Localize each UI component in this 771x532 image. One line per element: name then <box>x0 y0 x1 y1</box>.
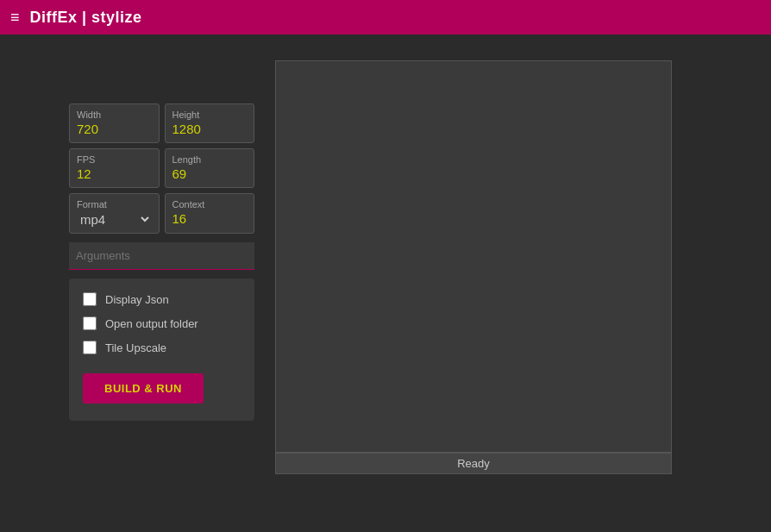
right-panel: Ready <box>275 60 672 474</box>
display-json-checkbox[interactable] <box>83 292 97 306</box>
menu-icon[interactable]: ≡ <box>10 9 20 27</box>
height-input[interactable] <box>172 122 248 136</box>
left-panel: Width Height FPS Length Format <box>69 103 254 474</box>
context-input[interactable] <box>172 211 248 226</box>
length-label: Length <box>172 154 248 165</box>
display-json-row[interactable]: Display Json <box>83 292 241 306</box>
open-output-folder-row[interactable]: Open output folder <box>83 316 241 330</box>
width-field: Width <box>69 103 160 143</box>
height-field: Height <box>165 103 255 143</box>
preview-area <box>275 60 672 453</box>
format-label: Format <box>77 199 152 210</box>
fps-input[interactable] <box>77 166 152 181</box>
height-label: Height <box>172 110 248 120</box>
context-field: Context <box>165 193 255 234</box>
status-bar: Ready <box>275 453 672 474</box>
open-output-folder-checkbox[interactable] <box>83 316 97 330</box>
main-content: Width Height FPS Length Format <box>0 34 771 474</box>
fps-field: FPS <box>69 148 160 188</box>
app-title: DiffEx | stylize <box>30 9 142 27</box>
tile-upscale-label: Tile Upscale <box>105 341 166 354</box>
options-panel: Display Json Open output folder Tile Ups… <box>69 279 254 421</box>
length-field: Length <box>165 148 255 188</box>
build-run-button[interactable]: BUILD & RUN <box>83 373 204 404</box>
fps-length-row: FPS Length <box>69 148 254 188</box>
width-input[interactable] <box>77 122 152 136</box>
format-context-row: Format mp4 gif webm Context <box>69 193 254 234</box>
open-output-folder-label: Open output folder <box>105 317 198 330</box>
width-height-row: Width Height <box>69 103 254 143</box>
fps-label: FPS <box>77 154 152 165</box>
width-label: Width <box>77 110 152 120</box>
length-input[interactable] <box>172 166 248 181</box>
format-field: Format mp4 gif webm <box>69 193 160 234</box>
context-label: Context <box>172 199 248 210</box>
format-select[interactable]: mp4 gif webm <box>77 211 152 228</box>
tile-upscale-checkbox[interactable] <box>83 341 97 354</box>
display-json-label: Display Json <box>105 293 169 306</box>
arguments-input[interactable] <box>69 242 254 270</box>
tile-upscale-row[interactable]: Tile Upscale <box>83 341 241 354</box>
header: ≡ DiffEx | stylize <box>0 0 771 34</box>
